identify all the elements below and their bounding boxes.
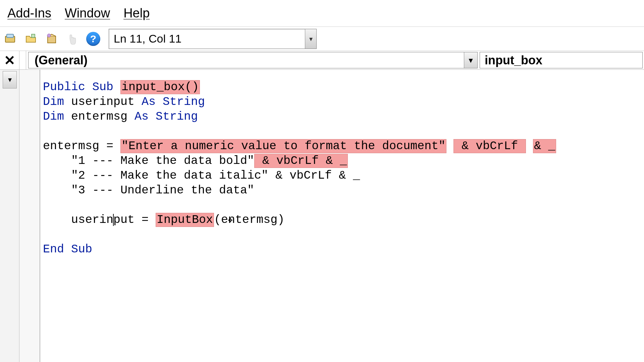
- menu-addins[interactable]: Add-Ins: [7, 6, 51, 20]
- highlight-sub-name: input_box(): [120, 80, 200, 94]
- highlight-concat: & vbCrLf: [453, 139, 526, 153]
- folder-open-icon[interactable]: [23, 32, 38, 46]
- help-icon[interactable]: ?: [86, 32, 101, 46]
- code-text: entermsg =: [43, 139, 120, 153]
- code-text: & vbCrLf & _: [268, 169, 360, 182]
- cursor-position-text: Ln 11, Col 11: [114, 32, 181, 45]
- keyword: Dim: [43, 95, 64, 109]
- object-dropdown-button[interactable]: ▾: [464, 52, 477, 68]
- object-dropdown-value: (General): [35, 53, 88, 67]
- code-text: [43, 169, 71, 182]
- code-text: "3 --- Underline the data": [71, 184, 254, 197]
- toolbox-icon[interactable]: [3, 32, 17, 46]
- position-dropdown-button[interactable]: ▾: [305, 29, 316, 49]
- toolbar: ? Ln 11, Col 11 ▾: [0, 27, 644, 51]
- close-pane-button[interactable]: ✕: [0, 51, 19, 69]
- code-text: [43, 184, 71, 197]
- pane-splitter[interactable]: ▾: [0, 70, 19, 362]
- code-text: userin: [71, 213, 113, 227]
- code-text: userinput: [64, 95, 142, 109]
- keyword: End Sub: [43, 243, 92, 256]
- menu-window[interactable]: Window: [65, 6, 110, 20]
- header-spacer: [19, 51, 26, 69]
- cursor-position-box[interactable]: Ln 11, Col 11 ▾: [109, 29, 317, 49]
- svg-rect-2: [32, 34, 35, 38]
- code-text: "1 --- Make the data bold": [71, 154, 254, 168]
- code-text: put =: [113, 213, 156, 227]
- svg-point-4: [47, 34, 51, 37]
- object-dropdown[interactable]: (General) ▾: [28, 52, 478, 68]
- highlight-concat: & _: [533, 139, 556, 153]
- code-text: "2 --- Make the data italic": [71, 169, 268, 182]
- code-margin: [19, 70, 40, 362]
- menu-help[interactable]: Help: [123, 6, 150, 20]
- code-text: [43, 154, 71, 168]
- help-glyph: ?: [86, 32, 100, 46]
- code-text: [43, 213, 71, 227]
- keyword: Dim: [43, 110, 64, 123]
- menubar: Add-Ins Window Help: [0, 0, 644, 27]
- keyword: As String: [135, 110, 198, 123]
- package-icon[interactable]: [44, 32, 59, 46]
- editor-wrap: ▾ Public Sub input_box() Dim userinput A…: [0, 70, 644, 362]
- keyword: As String: [142, 95, 205, 109]
- highlight-function: InputBox: [156, 213, 214, 227]
- procedure-dropdown[interactable]: input_box: [480, 52, 643, 68]
- highlight-string: "Enter a numeric value to format the doc…: [120, 139, 446, 153]
- code-text: (entermsg): [214, 213, 284, 227]
- keyword: Public Sub: [43, 80, 120, 94]
- code-text: entermsg: [64, 110, 135, 123]
- svg-rect-1: [7, 34, 13, 38]
- code-editor[interactable]: Public Sub input_box() Dim userinput As …: [40, 70, 644, 362]
- hand-stop-icon: [65, 32, 80, 46]
- procedure-dropdown-value: input_box: [485, 53, 542, 67]
- code-pane-header: ✕ (General) ▾ input_box: [0, 51, 644, 70]
- splitter-handle-icon[interactable]: ▾: [3, 71, 17, 88]
- highlight-concat: & vbCrLf & _: [254, 154, 348, 168]
